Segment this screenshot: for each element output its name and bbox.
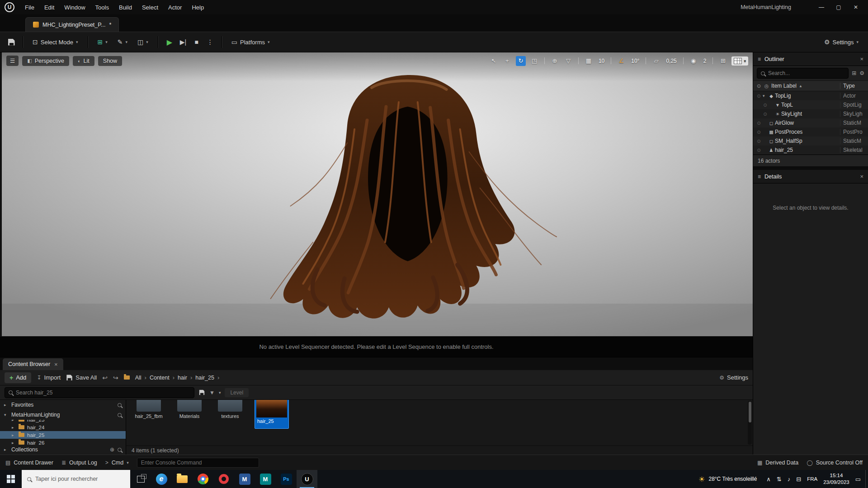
asset-grid-scrollbar[interactable]	[748, 401, 752, 445]
viewport-layout-widget[interactable]: ▾	[731, 56, 748, 66]
panel-divider[interactable]	[753, 166, 868, 170]
viewport-options-button[interactable]: ☰	[6, 56, 19, 66]
history-back-icon[interactable]: ↩	[102, 374, 108, 381]
outliner-row-postprocess[interactable]: ⊙ ▩ PostProces PostPro	[753, 127, 868, 136]
menu-file[interactable]: File	[20, 2, 39, 13]
menu-build[interactable]: Build	[114, 2, 137, 13]
outliner-search-box[interactable]	[757, 68, 849, 79]
move-tool-icon[interactable]: +	[502, 56, 512, 66]
close-button[interactable]: ✕	[847, 1, 864, 14]
windows-search-box[interactable]: Taper ici pour rechercher	[22, 470, 130, 488]
visibility-eye-icon[interactable]: ⊙	[755, 121, 763, 126]
source-control-button[interactable]: ◯ Source Control Off	[807, 460, 863, 466]
save-search-icon[interactable]	[199, 390, 205, 395]
new-folder-icon[interactable]: ⊞	[852, 70, 856, 76]
play-options-kebab-icon[interactable]: ⋮	[204, 36, 216, 48]
task-view-button[interactable]	[130, 470, 151, 488]
taskbar-app-edge[interactable]: e	[151, 470, 172, 488]
camera-speed-value[interactable]: 2	[702, 58, 708, 64]
close-content-browser-icon[interactable]: ×	[54, 361, 58, 368]
taskbar-app-teal[interactable]: M	[255, 470, 276, 488]
visibility-eye-icon[interactable]: ⊙	[755, 130, 763, 135]
type-column-header[interactable]: Type	[840, 83, 866, 89]
tree-item-hair-25[interactable]: ▸ hair_25	[0, 431, 126, 439]
camera-speed-icon[interactable]: ◉	[689, 56, 698, 66]
rotate-tool-icon[interactable]: ↻	[516, 56, 526, 66]
pin-column-icon[interactable]: ◎	[763, 83, 770, 89]
close-details-icon[interactable]: ×	[860, 173, 863, 180]
platforms-dropdown[interactable]: ▭ Platforms ▾	[227, 36, 274, 48]
stop-button[interactable]: ■	[191, 36, 203, 48]
breadcrumb-content[interactable]: Content	[150, 375, 170, 381]
play-button[interactable]: ▶	[164, 36, 175, 48]
breadcrumb-hair-25[interactable]: hair_25	[195, 375, 214, 381]
outliner-row-skylight[interactable]: ⊙ ☀ SkyLight SkyLigh	[753, 109, 868, 118]
outliner-row-hair-25[interactable]: ⊙ ♟ hair_25 Skeletal	[753, 145, 868, 155]
scale-tool-icon[interactable]: ◳	[529, 56, 539, 66]
outliner-row-topl[interactable]: ⊙ ▼ TopL SpotLig	[753, 100, 868, 109]
maximize-button[interactable]: ▢	[830, 1, 847, 14]
language-indicator[interactable]: FRA	[807, 476, 817, 482]
maximize-viewport-icon[interactable]: ⊞	[718, 56, 728, 66]
asset-grid[interactable]: hair_25_fbm Materials textures	[126, 400, 753, 446]
asset-tile-folder[interactable]: textures	[214, 400, 246, 419]
project-section[interactable]: ▾ MetaHumanLighting	[0, 410, 126, 420]
select-mode-dropdown[interactable]: ⊡ Select Mode ▾	[28, 36, 82, 48]
taskbar-app-blue[interactable]: M	[234, 470, 255, 488]
taskbar-app-chrome[interactable]	[193, 470, 213, 488]
asset-tile-folder[interactable]: Materials	[173, 400, 206, 419]
outliner-row-airglow[interactable]: ⊙ ◻ AirGlow StaticM	[753, 118, 868, 127]
collections-section[interactable]: ▸ Collections ⊕	[0, 445, 126, 455]
expander-icon[interactable]: ▸	[12, 425, 16, 430]
add-button[interactable]: + Add	[5, 372, 31, 383]
menu-tools[interactable]: Tools	[90, 2, 114, 13]
rotation-snap-value[interactable]: 10°	[630, 58, 641, 64]
action-center-icon[interactable]: ▭	[855, 476, 861, 483]
show-dropdown[interactable]: Show	[98, 56, 122, 66]
scrollbar-thumb[interactable]	[749, 402, 751, 422]
asset-tile-hair-25-selected[interactable]: hair_25	[255, 400, 289, 429]
expander-icon[interactable]: ▸	[12, 433, 16, 437]
skip-to-next-button[interactable]: ▶|	[177, 36, 189, 48]
expander-icon[interactable]: ▸	[4, 403, 8, 407]
show-desktop-button[interactable]	[865, 470, 868, 488]
grid-snap-icon[interactable]: ▦	[584, 56, 594, 66]
taskbar-app-photoshop[interactable]: Ps	[276, 470, 297, 488]
details-tab[interactable]: ≡ Details ×	[753, 170, 868, 183]
history-forward-icon[interactable]: ↪	[113, 374, 118, 381]
visibility-column-icon[interactable]: ⊙	[755, 83, 763, 89]
outliner-settings-gear-icon[interactable]: ⚙	[859, 70, 864, 76]
volume-icon[interactable]: ♪	[788, 476, 791, 483]
menu-select[interactable]: Select	[137, 2, 163, 13]
tray-expand-icon[interactable]: ∧	[766, 476, 771, 483]
menu-edit[interactable]: Edit	[39, 2, 59, 13]
save-all-button[interactable]: Save All	[66, 374, 97, 381]
visibility-eye-icon[interactable]: ⊙	[761, 112, 769, 117]
minimize-button[interactable]: —	[813, 1, 830, 14]
level-viewport[interactable]: ☰ ◧ Perspective ◐ Lit Show ↖ +	[0, 52, 753, 336]
filter-icon[interactable]: ▼	[209, 389, 215, 396]
add-content-dropdown[interactable]: ⊞ ▾	[94, 36, 112, 48]
console-command-input[interactable]	[137, 458, 259, 468]
world-space-icon[interactable]: ⊕	[550, 56, 560, 66]
content-browser-tab[interactable]: Content Browser ×	[3, 358, 63, 370]
keyboard-icon[interactable]: ⊟	[796, 476, 801, 483]
favorites-section[interactable]: ▸ Favorites	[0, 400, 126, 410]
taskbar-app-opera[interactable]	[213, 470, 234, 488]
start-button[interactable]	[0, 470, 22, 488]
weather-widget[interactable]: ☀ 28°C Très ensoleillé	[695, 475, 760, 483]
expander-icon[interactable]: ▸	[12, 441, 16, 445]
output-log-button[interactable]: ≣ Output Log	[61, 460, 97, 466]
select-tool-icon[interactable]: ↖	[489, 56, 499, 66]
close-outliner-icon[interactable]: ×	[860, 56, 863, 62]
visibility-eye-icon[interactable]: ⊙	[761, 103, 769, 108]
content-drawer-button[interactable]: ▤ Content Drawer	[5, 460, 53, 466]
scale-snap-icon[interactable]: ▱	[651, 56, 661, 66]
scale-snap-value[interactable]: 0,25	[665, 58, 678, 64]
expander-icon[interactable]: ▾	[4, 413, 8, 417]
menu-window[interactable]: Window	[59, 2, 90, 13]
outliner-tab[interactable]: ≡ Outliner ×	[753, 52, 868, 66]
visibility-eye-icon[interactable]: ⊙	[755, 94, 763, 99]
outliner-row-toplig[interactable]: ⊙ ▾ ◆ TopLig Actor	[753, 91, 868, 100]
breadcrumb-all[interactable]: All	[135, 375, 142, 381]
